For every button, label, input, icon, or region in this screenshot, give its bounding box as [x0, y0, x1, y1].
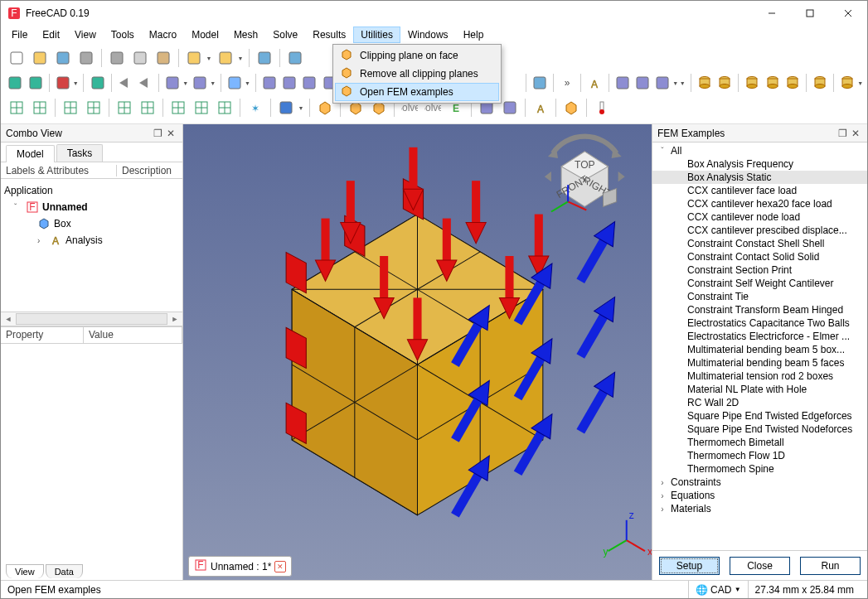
snow-button[interactable]: ✶: [245, 97, 266, 118]
menu-utilities[interactable]: Utilities: [353, 27, 400, 43]
copy-button[interactable]: [129, 47, 151, 69]
paste-button[interactable]: [153, 47, 174, 69]
menuitem-remove-all-clipping-planes[interactable]: Remove all clipping planes: [335, 65, 499, 83]
cyl1-button[interactable]: [695, 72, 713, 94]
panel-close-icon[interactable]: ✕: [164, 128, 177, 139]
link1-button[interactable]: [163, 72, 182, 94]
nav-next-button[interactable]: [136, 72, 154, 94]
undo-button[interactable]: [183, 47, 205, 69]
fit-all-button[interactable]: [6, 72, 24, 94]
dropdown-caret-icon[interactable]: ▼: [679, 80, 686, 86]
nav-mode-selector[interactable]: 🌐 CAD ▼: [688, 581, 748, 598]
chevrons-button[interactable]: »: [558, 72, 576, 94]
example-item[interactable]: Multimaterial bending beam 5 faces: [652, 356, 867, 370]
example-item[interactable]: Electrostatics Electricforce - Elmer ...: [652, 330, 867, 343]
group-all[interactable]: ˇAll: [652, 144, 867, 157]
grid9-button[interactable]: [214, 97, 235, 118]
menu-solve[interactable]: Solve: [265, 27, 305, 43]
expand-icon[interactable]: ›: [657, 478, 667, 487]
group-equations[interactable]: ›Equations: [652, 489, 867, 502]
example-item[interactable]: Square Pipe End Twisted Nodeforces: [652, 423, 867, 436]
right-button[interactable]: [300, 72, 318, 94]
tree-item-box[interactable]: Box: [4, 215, 179, 232]
tree-hscrollbar[interactable]: ◄ ►: [1, 312, 182, 326]
scroll-right-icon[interactable]: ►: [167, 315, 182, 323]
example-item[interactable]: RC Wall 2D: [652, 396, 867, 409]
group-materials[interactable]: ›Materials: [652, 502, 867, 515]
menu-file[interactable]: File: [4, 27, 35, 43]
front-button[interactable]: [260, 72, 279, 94]
example-item[interactable]: Constraint Constact Shell Shell: [652, 237, 867, 250]
refresh-button[interactable]: [254, 47, 275, 69]
example-item[interactable]: Thermomech Spine: [652, 462, 867, 476]
close-button[interactable]: [829, 1, 867, 26]
link2-button[interactable]: [191, 72, 209, 94]
dropdown-caret-icon[interactable]: ▼: [672, 80, 679, 86]
iso-button[interactable]: [225, 72, 244, 94]
example-item[interactable]: Thermomech Bimetall: [652, 436, 867, 449]
example-item[interactable]: CCX cantilever face load: [652, 184, 867, 197]
dropdown-caret-icon[interactable]: ▼: [856, 80, 864, 86]
meas2-button[interactable]: [499, 97, 521, 118]
save-button[interactable]: [52, 47, 74, 69]
bbox-button[interactable]: [88, 72, 106, 94]
dropdown-caret-icon[interactable]: ▼: [209, 80, 216, 86]
sel2-button[interactable]: [633, 72, 652, 94]
example-item[interactable]: Electrostatics Capacitance Two Balls: [652, 316, 867, 330]
example-item[interactable]: CCX cantilever prescibed displace...: [652, 224, 867, 237]
tree-root[interactable]: Application: [4, 182, 179, 199]
minimize-button[interactable]: [753, 1, 791, 26]
wave-button[interactable]: [653, 72, 672, 94]
cyl5-button[interactable]: [783, 72, 802, 94]
example-item[interactable]: Multimaterial bending beam 5 box...: [652, 343, 867, 356]
expand-icon[interactable]: ›: [37, 236, 46, 245]
fit-sel-button[interactable]: [26, 72, 44, 94]
cyl6-button[interactable]: [811, 72, 829, 94]
tab-tasks[interactable]: Tasks: [56, 144, 104, 162]
redo-button[interactable]: [215, 47, 236, 69]
new-button[interactable]: [6, 47, 27, 69]
whatsthis-button[interactable]: [284, 47, 306, 69]
3d-viewport[interactable]: TOP RIGHT FRONT y x z F Unnamed : 1* ✕: [183, 124, 652, 580]
cyl4-button[interactable]: [763, 72, 781, 94]
property-grid[interactable]: Property Value: [1, 326, 182, 562]
example-item[interactable]: Constraint Section Print: [652, 263, 867, 277]
scroll-left-icon[interactable]: ◄: [1, 315, 16, 323]
A-tool-button[interactable]: A: [585, 72, 604, 94]
example-item[interactable]: Box Analysis Frequency: [652, 157, 867, 171]
menu-view[interactable]: View: [67, 27, 104, 43]
tab-view[interactable]: View: [6, 564, 44, 578]
grid3-button[interactable]: [60, 97, 81, 118]
dropdown-caret-icon[interactable]: ▼: [182, 80, 189, 86]
expand-icon[interactable]: ›: [657, 505, 667, 514]
sel1-button[interactable]: [613, 72, 631, 94]
maximize-button[interactable]: [791, 1, 829, 26]
example-item[interactable]: Multimaterial tension rod 2 boxes: [652, 370, 867, 383]
grid7-button[interactable]: [167, 97, 189, 118]
group-constraints[interactable]: ›Constraints: [652, 476, 867, 489]
tab-data[interactable]: Data: [46, 564, 83, 578]
cyl2-button[interactable]: [715, 72, 734, 94]
grid6-button[interactable]: [137, 97, 158, 118]
menu-edit[interactable]: Edit: [35, 27, 67, 43]
top-button[interactable]: [280, 72, 298, 94]
example-item[interactable]: Thermomech Flow 1D: [652, 449, 867, 462]
A2-button[interactable]: A: [530, 97, 551, 118]
example-item[interactable]: Material NL Plate with Hole: [652, 383, 867, 396]
close-tab-icon[interactable]: ✕: [274, 561, 286, 572]
example-item[interactable]: Constraint Transform Beam Hinged: [652, 303, 867, 316]
setup-button[interactable]: Setup: [659, 557, 720, 575]
menuitem-clipping-plane-on-face[interactable]: Clipping plane on face: [335, 46, 499, 65]
nav-prev-button[interactable]: [116, 72, 134, 94]
dropdown-caret-icon[interactable]: ▼: [205, 56, 213, 61]
cyl7-button[interactable]: [838, 72, 856, 94]
run-button[interactable]: Run: [800, 557, 861, 575]
grid2-button[interactable]: [29, 97, 51, 118]
example-item[interactable]: Constraint Self Weight Cantilever: [652, 277, 867, 290]
model-tree[interactable]: Application ˇ F Unnamed Box › A Analysis: [1, 179, 182, 312]
example-item[interactable]: Box Analysis Static: [652, 171, 867, 184]
menu-windows[interactable]: Windows: [400, 27, 456, 43]
close-button[interactable]: Close: [730, 557, 790, 575]
sphere-button[interactable]: [275, 97, 297, 118]
menu-mesh[interactable]: Mesh: [226, 27, 265, 43]
